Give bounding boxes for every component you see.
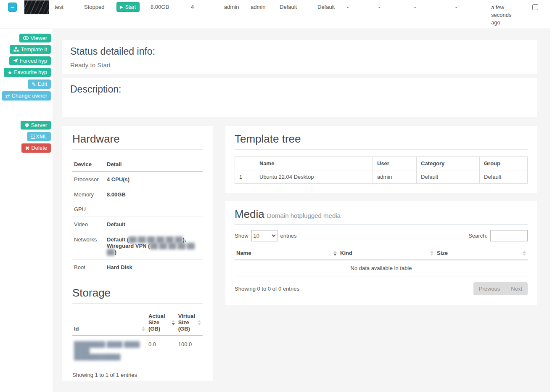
sort-icon — [198, 320, 201, 325]
start-button[interactable]: ▶ Start — [116, 2, 140, 12]
template-tree-title: Template tree — [235, 132, 528, 150]
tt-col-name: Name — [255, 157, 373, 170]
star-icon: ★ — [8, 69, 13, 76]
next-page-button[interactable]: Next — [505, 282, 528, 295]
storage-virtual-size: 100.0 — [177, 336, 203, 365]
desktop-category: Default — [280, 4, 297, 10]
play-icon: ▶ — [120, 5, 123, 9]
status-detail-text: Ready to Start — [70, 61, 529, 69]
row-select-checkbox[interactable] — [532, 4, 538, 10]
desktop-thumbnail — [24, 0, 49, 14]
search-control: Search: — [468, 230, 528, 241]
pencil-icon: ✎ — [32, 81, 36, 87]
sort-icon-active — [333, 251, 337, 256]
media-panel: MediaDomain hotplugged media Show 10 ent… — [225, 201, 537, 305]
description-panel: Description: — [62, 78, 537, 117]
storage-showing-entries: Showing 1 to 1 of 1 entries — [72, 372, 203, 378]
status-panel-title: Status detailed info: — [70, 46, 529, 57]
desktop-row: − test Stopped ▶ Start 8.00GB 4 admin ad… — [0, 0, 550, 29]
eye-icon — [23, 36, 29, 40]
template-it-button[interactable]: Template it — [10, 45, 51, 54]
sort-icon — [523, 251, 526, 256]
page-size-select[interactable]: 10 — [251, 230, 278, 241]
exchange-icon: ⇄ — [5, 93, 10, 99]
action-button-column: Viewer Template it Forced hyp ★Favourite… — [0, 34, 51, 155]
desktop-col-empty-4: - — [455, 4, 457, 10]
table-row: Processor 4 CPU(s) — [72, 172, 203, 187]
desktop-memory: 8.00GB — [151, 4, 169, 10]
template-tree-row: 1 Ubuntu 22.04 Desktop admin Default Def… — [235, 170, 528, 184]
hardware-storage-panel: Hardware Device Detail Processor 4 CPU(s… — [62, 126, 213, 381]
hardware-table: Device Detail Processor 4 CPU(s) Memory … — [72, 157, 203, 275]
table-row: Boot Hard Disk — [72, 260, 203, 275]
storage-col-id[interactable]: Id — [72, 310, 147, 336]
storage-title: Storage — [72, 286, 203, 304]
search-input[interactable] — [490, 230, 528, 241]
previous-page-button[interactable]: Previous — [473, 282, 506, 295]
tt-col-group: Group — [480, 157, 528, 170]
server-button[interactable]: Server — [21, 121, 51, 130]
viewer-button[interactable]: Viewer — [19, 34, 51, 42]
desktop-col-empty-3: - — [414, 4, 416, 10]
media-col-size[interactable]: Size — [435, 246, 528, 260]
media-showing-entries: Showing 0 to 0 of 0 entries — [235, 286, 299, 292]
media-subtitle: Domain hotplugged media — [267, 212, 341, 219]
edit-button[interactable]: ✎Edit — [28, 79, 51, 89]
template-name: Ubuntu 22.04 Desktop — [255, 170, 373, 184]
send-icon — [13, 58, 18, 63]
hardware-col-device: Device — [72, 157, 105, 172]
template-tree-panel: Template tree Name User Category Group 1… — [225, 126, 537, 193]
change-owner-button[interactable]: ⇄Change owner — [2, 91, 51, 101]
x-icon: ✖ — [25, 145, 30, 151]
sort-icon — [142, 326, 145, 331]
media-title: MediaDomain hotplugged media — [235, 208, 528, 225]
sort-icon — [430, 251, 433, 256]
xml-button[interactable]: </>XML — [27, 132, 51, 141]
redacted-mac-1: ██ ██ ██ ██ ██ ██ — [129, 236, 183, 243]
storage-col-virtual-size[interactable]: Virtual Size (GB) — [177, 310, 203, 336]
file-code-icon: </> — [31, 134, 35, 139]
storage-row: ████████-████-████-████-████████████ 0.0… — [72, 336, 203, 365]
table-row: Memory 8.00GB — [72, 187, 203, 202]
hardware-title: Hardware — [72, 132, 203, 150]
media-empty-message: No data available in table — [235, 260, 528, 276]
sort-icon-active — [172, 320, 175, 325]
desktop-cpus: 4 — [191, 4, 194, 10]
forced-hyp-button[interactable]: Forced hyp — [9, 56, 51, 65]
desktop-name: test — [55, 4, 63, 10]
storage-col-actual-size[interactable]: Actual Size (GB) — [147, 310, 177, 336]
redacted-storage-id: ████████-████-████-████-████████████ — [74, 341, 141, 360]
hardware-col-detail: Detail — [105, 157, 203, 172]
tt-col-user: User — [373, 157, 417, 170]
media-col-name[interactable]: Name — [235, 246, 338, 260]
desktop-user: admin — [224, 4, 239, 10]
table-row-networks: Networks Default (██ ██ ██ ██ ██ ██), Wi… — [72, 232, 203, 260]
desktop-status: Stopped — [84, 4, 104, 10]
tt-col-category: Category — [417, 157, 480, 170]
plug-icon — [24, 123, 29, 127]
cubes-icon — [13, 47, 19, 52]
table-row: GPU — [72, 202, 203, 217]
svg-text:</>: </> — [31, 135, 35, 138]
media-col-kind[interactable]: Kind — [338, 246, 435, 260]
description-panel-title: Description: — [70, 84, 529, 95]
storage-actual-size: 0.0 — [147, 336, 177, 365]
status-panel: Status detailed info: Ready to Start — [62, 40, 537, 74]
desktop-col-empty-2: - — [378, 4, 380, 10]
desktop-col-empty-1: - — [347, 4, 349, 10]
tt-col-index — [235, 157, 255, 170]
desktop-updated: a few seconds ago — [491, 4, 515, 26]
table-row: Video Default — [72, 217, 203, 232]
media-table: Name Kind Size No data available in tabl — [235, 246, 528, 276]
template-tree-table: Name User Category Group 1 Ubuntu 22.04 … — [235, 156, 528, 184]
collapse-row-button[interactable]: − — [8, 3, 17, 12]
page-size-control: Show 10 entries — [235, 230, 297, 241]
desktop-group: Default — [317, 4, 335, 10]
storage-table: Id Actual Size (GB) Virtual Size (GB) — [72, 310, 203, 365]
search-label: Search: — [468, 233, 487, 239]
pagination: Previous Next — [473, 282, 528, 295]
delete-button[interactable]: ✖Delete — [21, 143, 51, 153]
minus-icon: − — [11, 3, 14, 11]
desktop-owner: admin — [251, 4, 265, 10]
favourite-hyp-button[interactable]: ★Favourite hyp — [4, 68, 51, 77]
